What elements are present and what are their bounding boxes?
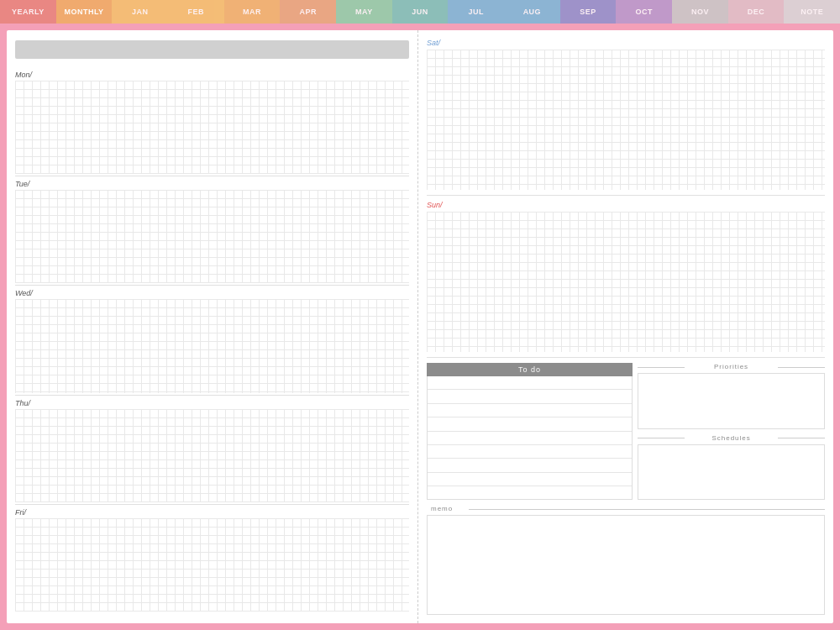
nav-tab-may[interactable]: MAY (336, 0, 392, 24)
nav-tab-dec[interactable]: DEC (728, 0, 785, 24)
nav-tab-jan[interactable]: JAN (112, 0, 168, 24)
nav-tab-yearly[interactable]: YEARLY (0, 0, 56, 24)
nav-tab-jun[interactable]: JUN (392, 0, 449, 24)
priorities-box[interactable] (638, 373, 825, 429)
priorities-section: Priorities (638, 363, 825, 429)
main-content: Mon/Tue/Wed/Thu/Fri/ Sat/ Sun/ To do (7, 30, 833, 623)
nav-tab-nov[interactable]: NOV (672, 0, 728, 24)
day-section-mon: Mon/ (15, 67, 409, 176)
day-grid-mon[interactable] (15, 81, 409, 174)
nav-tab-feb[interactable]: FEB (168, 0, 224, 24)
schedules-box[interactable] (638, 444, 825, 501)
title-bar (15, 40, 409, 59)
todo-line-8[interactable] (428, 473, 632, 486)
day-grid-thu[interactable] (15, 409, 409, 502)
saturday-label: Sat/ (427, 39, 825, 47)
top-navigation: YEARLYMONTHLYJANFEBMARAPRMAYJUNJULAUGSEP… (0, 0, 840, 24)
right-panel: Sat/ Sun/ To do (418, 30, 833, 623)
day-grid-tue[interactable] (15, 190, 409, 283)
todo-line-1[interactable] (428, 376, 632, 390)
day-grid-fri[interactable] (15, 518, 409, 612)
todo-line-6[interactable] (428, 445, 632, 459)
day-label-tue: Tue/ (15, 180, 409, 188)
nav-tab-apr[interactable]: APR (280, 0, 336, 24)
day-label-mon: Mon/ (15, 71, 409, 79)
schedules-header: Schedules (638, 434, 825, 442)
nav-tab-aug[interactable]: AUG (504, 0, 560, 24)
nav-tab-monthly[interactable]: MONTHLY (56, 0, 113, 24)
day-section-tue: Tue/ (15, 176, 409, 286)
nav-tab-sep[interactable]: SEP (560, 0, 617, 24)
day-section-thu: Thu/ (15, 396, 409, 505)
left-panel: Mon/Tue/Wed/Thu/Fri/ (7, 30, 418, 623)
day-label-fri: Fri/ (15, 508, 409, 517)
sunday-section: Sun/ (427, 201, 825, 358)
todo-line-4[interactable] (428, 417, 632, 431)
todo-section: To do (427, 363, 633, 500)
day-label-wed: Wed/ (15, 289, 409, 297)
todo-line-3[interactable] (428, 404, 632, 417)
sunday-label: Sun/ (427, 201, 825, 209)
saturday-grid (427, 50, 825, 190)
day-label-thu: Thu/ (15, 399, 409, 407)
right-column: Priorities Schedules (638, 363, 825, 500)
day-section-fri: Fri/ (15, 505, 409, 613)
nav-tab-oct[interactable]: OCT (616, 0, 672, 24)
todo-line-5[interactable] (428, 432, 632, 445)
todo-line-2[interactable] (428, 390, 632, 403)
day-section-wed: Wed/ (15, 286, 409, 395)
memo-section: memo (427, 505, 825, 615)
bottom-right: To do Prio (427, 363, 825, 615)
schedules-section: Schedules (638, 434, 825, 501)
memo-box[interactable] (427, 515, 825, 615)
todo-lines (427, 376, 633, 500)
todo-priorities-row: To do Prio (427, 363, 825, 500)
todo-line-9[interactable] (428, 486, 632, 499)
day-grid-wed[interactable] (15, 299, 409, 392)
memo-header: memo (427, 505, 825, 512)
nav-tab-note[interactable]: NOTE (784, 0, 840, 24)
saturday-section: Sat/ (427, 39, 825, 196)
sunday-grid (427, 212, 825, 352)
nav-tab-jul[interactable]: JUL (448, 0, 504, 24)
todo-header: To do (427, 363, 633, 376)
priorities-header: Priorities (638, 363, 825, 370)
nav-tab-mar[interactable]: MAR (224, 0, 281, 24)
todo-line-7[interactable] (428, 459, 632, 472)
